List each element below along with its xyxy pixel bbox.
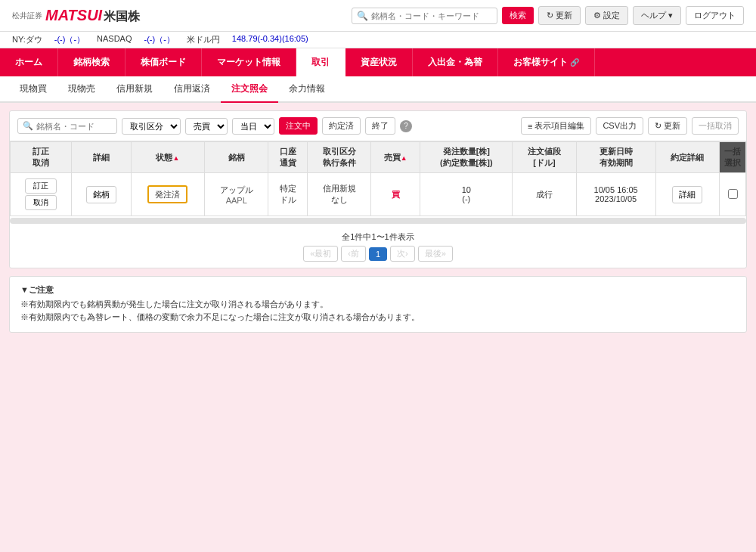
valid-period: 2023/10/05 xyxy=(581,194,651,203)
display-edit-button[interactable]: ≡ 表示項目編集 xyxy=(521,117,591,135)
nav-item-search[interactable]: 銘柄検索 xyxy=(58,48,125,76)
th-trade-type: 取引区分執行条件 xyxy=(308,142,371,173)
stock-name: アップル xyxy=(209,185,263,196)
pagination-area: 全1件中1〜1件表示 «最初 ‹前 1 次› 最後» xyxy=(10,225,746,268)
header-controls: 🔍 検索 ↻ 更新 ⚙ 設定 ヘルプ ▾ ログアウト xyxy=(352,6,744,25)
order-table-container: 訂正取消 詳細 状態▲ 銘柄 口座通貨 取引区分執行条件 売買▲ 発注数量[株]… xyxy=(10,141,746,225)
contract-qty: (-) xyxy=(425,194,507,203)
header-logout-button[interactable]: ログアウト xyxy=(686,6,744,25)
td-contract-detail: 詳細 xyxy=(655,173,719,216)
subnav-margin-info[interactable]: 余力情報 xyxy=(278,76,336,103)
subnav-order-inquiry[interactable]: 注文照会 xyxy=(221,76,278,103)
td-detail: 銘柄 xyxy=(72,173,131,216)
nav-item-deposit[interactable]: 入出金・為替 xyxy=(413,48,498,76)
trade-type: 信用新規 xyxy=(312,183,366,194)
notice-item-1: ※有効期限内でも銘柄異動が発生した場合に注文が取り消される場合があります。 xyxy=(20,299,736,310)
header-settings-button[interactable]: ⚙ 設定 xyxy=(585,6,628,25)
table-row: 訂正 取消 銘柄 発注済 アップル AAPL 特定 ドル xyxy=(11,173,746,216)
main-navigation: ホーム 銘柄検索 株価ボード マーケット情報 取引 資産状況 入出金・為替 お客… xyxy=(0,48,756,76)
logo-small: 松井証券 xyxy=(12,11,42,21)
chevron-down-icon: ▾ xyxy=(668,11,673,20)
nav-item-market[interactable]: マーケット情報 xyxy=(202,48,296,76)
filter-search-input[interactable] xyxy=(36,122,112,131)
subnav-margin-repay[interactable]: 信用返済 xyxy=(163,76,221,103)
horizontal-scrollbar[interactable] xyxy=(10,218,746,224)
ticker-bar: NY:ダウ -(-)（-） NASDAQ -(-)（-） 米ドル円 148.79… xyxy=(0,32,756,48)
page-next-button[interactable]: 次› xyxy=(390,246,415,262)
pagination-controls: «最初 ‹前 1 次› 最後» xyxy=(16,246,740,262)
nasdaq-value: -(-)（-） xyxy=(144,34,175,45)
th-update-date: 更新日時有効期間 xyxy=(576,142,655,173)
header-refresh-button[interactable]: ↻ 更新 xyxy=(538,6,581,25)
header-search-box: 🔍 xyxy=(352,8,497,24)
th-account: 口座通貨 xyxy=(268,142,308,173)
update-date: 10/05 16:05 xyxy=(581,185,651,194)
notice-area: ▼ご注意 ※有効期限内でも銘柄異動が発生した場合に注文が取り消される場合がありま… xyxy=(9,276,747,333)
row-select-checkbox[interactable] xyxy=(728,189,738,199)
th-qty: 発注数量[株](約定数量[株]) xyxy=(420,142,513,173)
th-bulk-select: 一括選択 xyxy=(720,142,746,173)
order-qty: 10 xyxy=(425,185,507,194)
detail-button[interactable]: 詳細 xyxy=(672,186,702,203)
status-badge: 発注済 xyxy=(147,185,187,203)
refresh-small-icon: ↻ xyxy=(655,121,662,131)
status-ended-button[interactable]: 終了 xyxy=(365,117,395,135)
header-help-button[interactable]: ヘルプ ▾ xyxy=(633,6,681,25)
subnav-spot-sell[interactable]: 現物売 xyxy=(57,76,106,103)
trade-condition: なし xyxy=(312,194,366,206)
sub-navigation: 現物買 現物売 信用新規 信用返済 注文照会 余力情報 xyxy=(0,76,756,103)
brand-button[interactable]: 銘柄 xyxy=(86,186,116,203)
nav-item-trade[interactable]: 取引 xyxy=(296,48,345,76)
help-icon[interactable]: ? xyxy=(400,120,412,132)
th-contract-detail: 約定詳細 xyxy=(655,142,719,173)
subnav-margin-new[interactable]: 信用新規 xyxy=(106,76,163,103)
status-contracted-button[interactable]: 約定済 xyxy=(322,117,361,135)
nav-item-home[interactable]: ホーム xyxy=(0,48,58,76)
th-buy-sell: 売買▲ xyxy=(371,142,420,173)
td-select xyxy=(720,173,746,216)
th-status[interactable]: 状態▲ xyxy=(131,142,205,173)
nav-item-customer[interactable]: お客様サイト 🔗 xyxy=(498,48,595,76)
page-current-button[interactable]: 1 xyxy=(369,247,387,261)
td-status: 発注済 xyxy=(131,173,205,216)
header-search-button[interactable]: 検索 xyxy=(502,7,534,24)
page-first-button[interactable]: «最初 xyxy=(303,246,338,262)
trade-type-select[interactable]: 取引区分 xyxy=(122,118,181,135)
buy-sell-badge: 買 xyxy=(392,190,400,199)
nav-item-board[interactable]: 株価ボード xyxy=(125,48,202,76)
td-account: 特定 ドル xyxy=(268,173,308,216)
ny-dow-label: NY:ダウ xyxy=(12,34,42,45)
gear-icon: ⚙ xyxy=(593,11,601,20)
td-update-date: 10/05 16:05 2023/10/05 xyxy=(576,173,655,216)
filter-search-icon: 🔍 xyxy=(23,121,33,131)
page-last-button[interactable]: 最後» xyxy=(418,246,453,262)
stock-code: AAPL xyxy=(209,196,263,205)
header-search-input[interactable] xyxy=(371,11,492,20)
usd-value: 148.79(-0.34)(16:05) xyxy=(232,34,308,45)
page-prev-button[interactable]: ‹前 xyxy=(341,246,366,262)
cancel-button[interactable]: 取消 xyxy=(25,195,57,210)
order-price: 成行 xyxy=(536,190,553,199)
csv-export-button[interactable]: CSV出力 xyxy=(596,117,643,135)
th-detail: 詳細 xyxy=(72,142,131,173)
filter-refresh-button[interactable]: ↻ 更新 xyxy=(648,117,687,135)
bulk-cancel-button[interactable]: 一括取消 xyxy=(692,117,739,135)
logo-main: MATSUI 米国株 xyxy=(45,7,140,25)
notice-title: ▼ご注意 xyxy=(20,284,736,296)
filter-search-box: 🔍 xyxy=(17,118,117,134)
nav-item-assets[interactable]: 資産状況 xyxy=(345,48,413,76)
account-type: 特定 xyxy=(273,183,302,194)
th-price: 注文値段[ドル] xyxy=(513,142,576,173)
correction-button[interactable]: 訂正 xyxy=(25,178,57,194)
date-select[interactable]: 当日 xyxy=(232,118,274,135)
status-in-order-button[interactable]: 注文中 xyxy=(279,117,318,135)
usd-label: 米ドル円 xyxy=(187,34,220,45)
refresh-icon: ↻ xyxy=(547,11,553,20)
page-header: 松井証券 MATSUI 米国株 🔍 検索 ↻ 更新 ⚙ 設定 ヘルプ ▾ ログア… xyxy=(0,0,756,32)
logo-area: 松井証券 MATSUI 米国株 xyxy=(12,7,140,25)
td-price: 成行 xyxy=(513,173,576,216)
subnav-spot-buy[interactable]: 現物買 xyxy=(9,76,57,103)
list-icon: ≡ xyxy=(528,122,532,131)
td-trade-type: 信用新規 なし xyxy=(308,173,371,216)
sell-buy-select[interactable]: 売買 xyxy=(185,118,228,135)
